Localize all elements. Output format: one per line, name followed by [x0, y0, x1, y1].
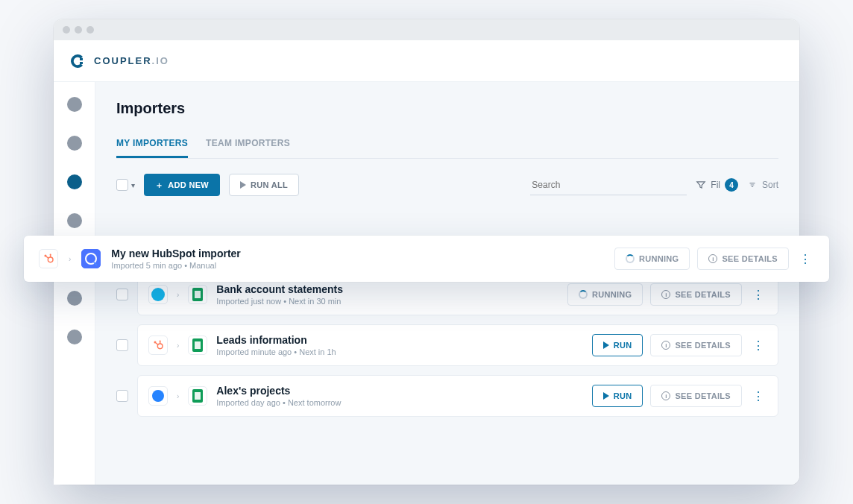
select-all-checkbox[interactable] — [116, 179, 128, 191]
app-window: COUPLER.IO Importers MY IMPORTERS TEAM I… — [54, 19, 799, 485]
filter-button[interactable]: Fil 4 — [696, 178, 738, 192]
destination-app-icon — [188, 336, 207, 355]
filter-label: Fil — [711, 180, 720, 190]
run-label: RUN — [614, 391, 632, 400]
brand-name: COUPLER.IO — [94, 55, 169, 66]
sheets-icon — [192, 389, 203, 403]
arrow-icon: › — [69, 255, 71, 263]
source-app-icon — [148, 386, 168, 406]
run-button[interactable]: RUN — [592, 385, 643, 407]
destination-app-icon — [81, 249, 101, 268]
play-icon — [240, 181, 246, 189]
window-dot — [75, 26, 82, 34]
svg-point-3 — [157, 344, 163, 349]
brand-logo[interactable]: COUPLER.IO — [69, 52, 169, 70]
source-app-icon — [148, 285, 168, 304]
sort-button[interactable]: Sort — [747, 180, 778, 190]
sheets-icon — [192, 288, 203, 301]
main-panel: Importers MY IMPORTERS TEAM IMPORTERS ▾ … — [95, 82, 799, 485]
page-title: Importers — [116, 100, 778, 117]
row-checkbox[interactable] — [116, 339, 128, 351]
see-details-label: SEE DETAILS — [675, 391, 731, 400]
tab-my-importers[interactable]: MY IMPORTERS — [116, 130, 188, 158]
importer-card[interactable]: › Leads information Imported minute ago … — [137, 324, 778, 366]
importer-row: › Leads information Imported minute ago … — [116, 324, 778, 366]
window-dot — [86, 26, 94, 34]
importer-row: › Alex's projects Imported day ago • Nex… — [116, 375, 778, 417]
see-details-label: SEE DETAILS — [675, 341, 731, 350]
running-button[interactable]: RUNNING — [567, 283, 643, 306]
play-icon — [603, 392, 609, 400]
info-icon: i — [661, 290, 670, 299]
bigquery-icon — [85, 253, 97, 265]
sidebar — [54, 82, 95, 485]
kebab-menu-icon[interactable]: ⋮ — [796, 252, 814, 266]
play-icon — [603, 341, 609, 349]
run-button[interactable]: RUN — [592, 334, 643, 356]
running-label: RUNNING — [639, 254, 679, 263]
importer-subtitle: Imported just now • Next in 30 min — [216, 297, 343, 306]
see-details-label: SEE DETAILS — [722, 254, 778, 263]
sidebar-item[interactable] — [67, 136, 82, 151]
spinner-icon — [626, 254, 635, 263]
hubspot-icon — [152, 339, 164, 351]
toolbar: ▾ ＋ ADD NEW RUN ALL Fil 4 — [116, 174, 778, 196]
hubspot-icon — [43, 253, 54, 265]
arrow-icon: › — [177, 341, 179, 350]
row-checkbox[interactable] — [116, 289, 128, 300]
running-label: RUNNING — [592, 290, 632, 299]
info-icon: i — [661, 341, 670, 350]
window-titlebar — [54, 19, 799, 40]
source-app-icon — [148, 336, 168, 355]
tab-team-importers[interactable]: TEAM IMPORTERS — [206, 130, 290, 158]
run-label: RUN — [614, 341, 632, 350]
importer-title: Leads information — [216, 334, 336, 346]
importer-subtitle: Imported minute ago • Next in 1h — [216, 347, 336, 356]
run-all-button[interactable]: RUN ALL — [229, 174, 299, 196]
importer-title: Alex's projects — [216, 385, 341, 397]
destination-app-icon — [188, 386, 207, 406]
sidebar-item[interactable] — [67, 97, 82, 112]
search-input[interactable] — [530, 175, 687, 195]
sort-icon — [747, 180, 758, 190]
highlighted-importer-row[interactable]: › My new HubSpot importer Imported 5 min… — [24, 236, 829, 282]
sheets-icon — [192, 338, 203, 352]
running-button[interactable]: RUNNING — [614, 248, 690, 270]
sidebar-item-active[interactable] — [67, 174, 82, 189]
see-details-button[interactable]: i SEE DETAILS — [697, 248, 789, 270]
see-details-button[interactable]: iSEE DETAILS — [650, 334, 742, 356]
source-app-icon — [39, 249, 58, 268]
svg-point-4 — [160, 341, 161, 342]
filter-count-badge: 4 — [725, 178, 738, 192]
run-all-label: RUN ALL — [251, 180, 288, 189]
arrow-icon: › — [177, 291, 179, 299]
funnel-icon — [696, 180, 706, 190]
kebab-menu-icon[interactable]: ⋮ — [749, 338, 767, 353]
info-icon: i — [661, 391, 670, 400]
select-all-caret-icon[interactable]: ▾ — [131, 181, 135, 189]
sidebar-item[interactable] — [67, 291, 82, 306]
logo-icon — [69, 52, 86, 70]
see-details-button[interactable]: iSEE DETAILS — [650, 283, 742, 306]
row-checkbox[interactable] — [116, 390, 128, 402]
sidebar-item[interactable] — [67, 213, 82, 228]
importer-title: Bank account statements — [216, 283, 343, 295]
svg-rect-1 — [80, 62, 83, 64]
see-details-button[interactable]: iSEE DETAILS — [650, 385, 742, 407]
importer-title: My new HubSpot importer — [111, 248, 240, 259]
importer-subtitle: Imported 5 min ago • Manual — [111, 261, 240, 270]
destination-app-icon — [188, 285, 207, 304]
sidebar-item[interactable] — [67, 330, 82, 344]
kebab-menu-icon[interactable]: ⋮ — [749, 389, 767, 403]
tabs: MY IMPORTERS TEAM IMPORTERS — [116, 130, 778, 159]
xero-icon — [151, 288, 165, 301]
svg-rect-0 — [80, 58, 83, 60]
add-new-button[interactable]: ＋ ADD NEW — [144, 174, 220, 196]
spinner-icon — [579, 290, 588, 299]
plus-icon: ＋ — [155, 180, 163, 191]
see-details-label: SEE DETAILS — [675, 290, 731, 299]
kebab-menu-icon[interactable]: ⋮ — [749, 288, 767, 302]
importer-card[interactable]: › Alex's projects Imported day ago • Nex… — [137, 375, 778, 417]
add-new-label: ADD NEW — [168, 180, 209, 189]
sort-label: Sort — [762, 180, 778, 190]
